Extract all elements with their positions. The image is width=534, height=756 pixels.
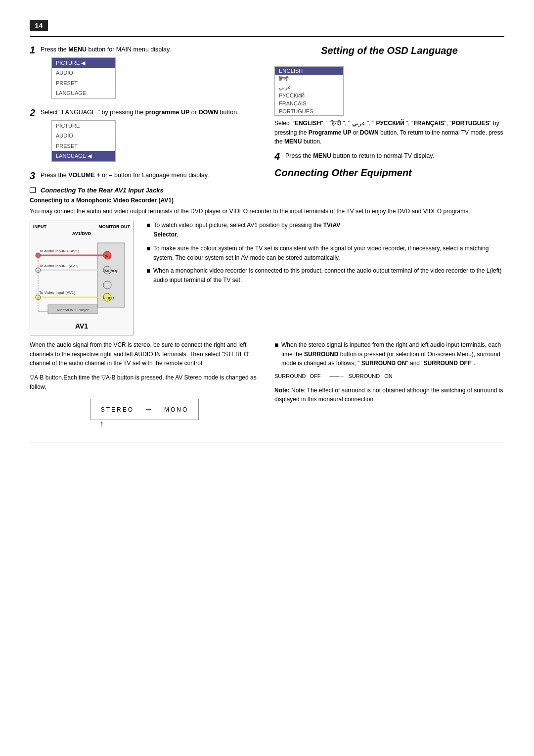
stereo-label: STEREO [101,406,134,413]
page-number: 14 [30,20,504,36]
watch-text: To watch video input picture, select AV1… [153,221,340,239]
step-2-text: Select "LANGUAGE " by pressing the progr… [41,108,239,165]
tv-back-panel: INPUT MONITOR OUT AV1/DVD (R) (MONO) VID… [30,221,134,335]
step-2: 2 Select "LANGUAGE " by pressing the pro… [30,108,260,165]
right-select-text: Select "ENGLISH", " हिन्दी ", " عربي ", … [274,119,504,146]
language-selection-area: ENGLISH हिन्दी عربي РУССКИЙ FRANÇAIS POR… [274,63,504,119]
monitor-out-label: MONITOR OUT [98,224,130,229]
step-1: 1 Press the MENU button for MAIN menu di… [30,45,260,102]
mono-recorder-bullet: ■ When a monophonic video recorder is co… [146,266,504,284]
menu-item-preset: PRESET [52,78,115,89]
menu-item-picture2: PICTURE [52,121,115,131]
top-divider [30,36,504,37]
step-1-text: Press the MENU button for MAIN menu disp… [41,45,171,102]
step-3-number: 3 [30,171,38,181]
menu-box-step2: PICTURE AUDIO PRESET LANGUAGE ◀ [51,120,116,162]
panel-top-labels: INPUT MONITOR OUT [33,224,130,229]
bullet-2: ■ [146,244,150,262]
av1dvd-label: AV1/DVD [33,231,130,236]
surround-text: When the stereo signal is inputted from … [281,340,504,368]
svg-text:VIDEO: VIDEO [103,296,114,300]
lang-russian: РУССКИЙ [275,92,343,99]
sub-section-av1: Connecting To the Rear AV1 Input Jacks [30,187,504,194]
bottom-divider [30,442,504,442]
left-column: 1 Press the MENU button for MAIN menu di… [30,45,260,187]
bottom-left: When the audio signal from the VCR is st… [30,340,260,427]
lang-arabic: عربي [275,83,343,92]
surround-labels: SURROUND OFF ——→ SURROUND ON [274,373,393,381]
language-menu-box: ENGLISH हिन्दी عربي РУССКИЙ FRANÇAIS POR… [274,66,344,116]
step-4-text: Press the MENU button to return to norma… [285,151,434,161]
surround-diagram: SURROUND OFF ——→ SURROUND ON [274,373,504,381]
connecting-section: Connecting To the Rear AV1 Input Jacks C… [30,187,504,336]
menu-item-audio2: AUDIO [52,131,115,141]
menu-item-picture: PICTURE ◀ [52,58,115,68]
svg-text:(R): (R) [105,254,110,258]
mono-title: Connecting to a Monophonic Video Recorde… [30,197,504,204]
bullet-surround: ■ [274,340,278,368]
right-column: Setting of the OSD Language ENGLISH हिन्… [274,45,504,187]
step-2-number: 2 [30,108,38,118]
connector-svg: (R) (MONO) VIDEO [33,238,132,317]
stereo-note: When the audio signal from the VCR is st… [30,340,260,368]
stereo-mono-diagram: STEREO → MONO ↑ [30,399,260,420]
stereo-mono-box: STEREO → MONO ↑ [90,399,199,420]
svg-text:Video/DVD Player: Video/DVD Player [57,308,89,312]
equipment-diagram: INPUT MONITOR OUT AV1/DVD (R) (MONO) VID… [30,221,504,335]
setting-osd-title: Setting of the OSD Language [274,45,504,56]
vab-text: ▽A·B button.Each time the ▽A·B button is… [30,373,260,392]
step-4: 4 Press the MENU button to return to nor… [274,151,504,161]
av1-label: AV1 [33,322,130,330]
bullet-1: ■ [146,221,150,239]
lang-francais: FRANÇAIS [275,99,343,107]
diagram-right-text: ■ To watch video input picture, select A… [146,221,504,289]
body-description: You may connect the audio and video outp… [30,207,504,216]
watch-bullet: ■ To watch video input picture, select A… [146,221,504,239]
diagram-left: INPUT MONITOR OUT AV1/DVD (R) (MONO) VID… [30,221,138,335]
surround-bullet: ■ When the stereo signal is inputted fro… [274,340,504,368]
mono-label: MONO [164,406,188,413]
bottom-right: ■ When the stereo signal is inputted fro… [274,340,504,427]
lang-hindi: हिन्दी [275,75,343,83]
surround-on-text: SURROUND ON [349,373,393,379]
note-text: Note: Note: The effect of surround is no… [274,386,504,404]
step-3: 3 Press the VOLUME + or – button for Lan… [30,171,260,181]
step-4-number: 4 [274,151,282,161]
surround-label: SURROUND [274,373,306,379]
svg-text:To Video Input (AV1): To Video Input (AV1) [39,290,75,295]
svg-text:(MONO): (MONO) [104,269,117,273]
surround-off-row: SURROUND OFF ——→ SURROUND ON [274,373,393,379]
surround-off-label: OFF [310,373,321,379]
surround-arrow: ——→ [330,373,345,378]
checkbox-icon [30,187,36,193]
bottom-section: When the audio signal from the VCR is st… [30,340,504,427]
colour-bullet: ■ To make sure the colour system of the … [146,244,504,262]
lang-portugues: PORTUGUES [275,107,343,115]
up-arrow: ↑ [100,420,105,428]
svg-point-5 [103,281,111,289]
step-3-text: Press the VOLUME + or – button for Langu… [41,171,209,180]
menu-box-step1: PICTURE ◀ AUDIO PRESET LANGUAGE [51,57,116,99]
menu-item-language2: LANGUAGE ◀ [52,151,115,161]
mono-recorder-text: When a monophonic video recorder is conn… [153,266,504,284]
arrow-right: → [144,404,154,415]
step-1-number: 1 [30,45,38,55]
menu-item-audio: AUDIO [52,68,115,78]
connecting-title: Connecting Other Equipment [274,167,504,179]
bullet-3: ■ [146,266,150,284]
menu-item-preset2: PRESET [52,141,115,151]
svg-text:To Audio Input-R (AV1): To Audio Input-R (AV1) [39,249,80,253]
input-label: INPUT [33,224,46,229]
lang-english: ENGLISH [275,67,343,75]
colour-text: To make sure the colour system of the TV… [153,244,504,262]
svg-text:To Audio Input-L (AV1): To Audio Input-L (AV1) [39,264,79,268]
menu-item-language: LANGUAGE [52,88,115,98]
